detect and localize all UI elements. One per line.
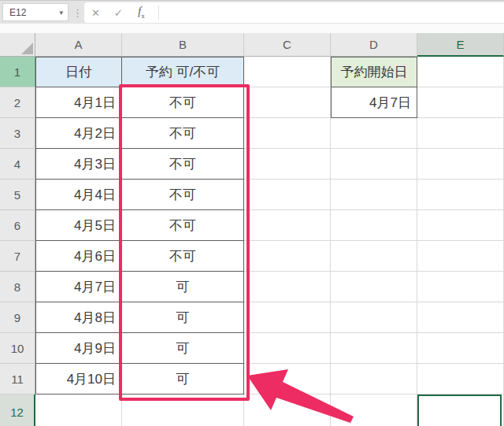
cell-C12[interactable] <box>244 395 331 426</box>
more-options-icon[interactable]: ⋮ <box>72 1 83 24</box>
row-header-10[interactable]: 10 <box>0 333 35 364</box>
cell-A7[interactable]: 4月6日 <box>35 241 122 272</box>
cell-B12[interactable] <box>122 395 244 426</box>
cell-B8[interactable]: 可 <box>122 272 244 302</box>
cell-A2[interactable]: 4月1日 <box>35 87 122 118</box>
cell-D2[interactable]: 4月7日 <box>331 87 417 118</box>
cell-D4[interactable] <box>331 149 417 180</box>
cell-E10[interactable] <box>417 333 504 364</box>
cell-A9[interactable]: 4月8日 <box>35 302 122 333</box>
select-all-triangle-icon <box>21 43 33 54</box>
cancel-icon[interactable]: ✕ <box>84 7 107 19</box>
row-header-4[interactable]: 4 <box>0 149 35 180</box>
column-header-d[interactable]: D <box>331 33 417 57</box>
row-header-2[interactable]: 2 <box>0 87 35 118</box>
cell-B11[interactable]: 可 <box>122 364 244 395</box>
cell-C2[interactable] <box>244 87 331 118</box>
cell-D3[interactable] <box>331 118 417 149</box>
cell-B2[interactable]: 不可 <box>122 87 244 118</box>
toolbar-gap <box>0 24 504 33</box>
fx-x: x <box>141 12 145 20</box>
cell-D11[interactable] <box>331 364 417 395</box>
formula-panel: ✕ ✓ fx <box>84 2 504 23</box>
cell-C10[interactable] <box>244 333 331 364</box>
cell-E8[interactable] <box>417 272 504 302</box>
cell-B4[interactable]: 不可 <box>122 149 244 180</box>
cell-D5[interactable] <box>331 180 417 210</box>
cell-C1[interactable] <box>244 57 331 87</box>
formula-input[interactable] <box>159 2 504 23</box>
name-box[interactable]: E12 ▾ <box>2 3 69 21</box>
cell-E1[interactable] <box>417 57 504 87</box>
row-header-12[interactable]: 12 <box>0 395 35 426</box>
formula-bar-strip: E12 ▾ ⋮ ✕ ✓ fx <box>0 0 504 24</box>
cell-C6[interactable] <box>244 210 331 241</box>
cell-A1[interactable]: 日付 <box>35 57 122 87</box>
row-header-3[interactable]: 3 <box>0 118 35 149</box>
cell-D7[interactable] <box>331 241 417 272</box>
cell-A11[interactable]: 4月10日 <box>35 364 122 395</box>
cell-A6[interactable]: 4月5日 <box>35 210 122 241</box>
cell-B10[interactable]: 可 <box>122 333 244 364</box>
cell-D9[interactable] <box>331 302 417 333</box>
cell-E11[interactable] <box>417 364 504 395</box>
cell-E2[interactable] <box>417 87 504 118</box>
cell-B1[interactable]: 予約 可/不可 <box>122 57 244 87</box>
cell-A12[interactable] <box>35 395 122 426</box>
cell-E5[interactable] <box>417 180 504 210</box>
row-header-7[interactable]: 7 <box>0 241 35 272</box>
cell-C11[interactable] <box>244 364 331 395</box>
cell-B5[interactable]: 不可 <box>122 180 244 210</box>
cell-E9[interactable] <box>417 302 504 333</box>
select-all-button[interactable] <box>0 33 35 57</box>
cell-A4[interactable]: 4月3日 <box>35 149 122 180</box>
cell-C3[interactable] <box>244 118 331 149</box>
cell-C5[interactable] <box>244 180 331 210</box>
cell-B3[interactable]: 不可 <box>122 118 244 149</box>
cell-B9[interactable]: 可 <box>122 302 244 333</box>
cell-C7[interactable] <box>244 241 331 272</box>
cell-C9[interactable] <box>244 302 331 333</box>
cell-A8[interactable]: 4月7日 <box>35 272 122 302</box>
cell-B6[interactable]: 不可 <box>122 210 244 241</box>
row-header-5[interactable]: 5 <box>0 180 35 210</box>
spreadsheet-grid: A B C D E 1 日付 予約 可/不可 予約開始日 2 4月1日 不可 4… <box>0 33 504 426</box>
chevron-down-icon[interactable]: ▾ <box>59 9 68 17</box>
cell-D6[interactable] <box>331 210 417 241</box>
cell-A5[interactable]: 4月4日 <box>35 180 122 210</box>
cell-B7[interactable]: 不可 <box>122 241 244 272</box>
row-header-9[interactable]: 9 <box>0 302 35 333</box>
cell-D1[interactable]: 予約開始日 <box>331 57 417 87</box>
cell-C4[interactable] <box>244 149 331 180</box>
row-header-1[interactable]: 1 <box>0 57 35 87</box>
cell-D8[interactable] <box>331 272 417 302</box>
column-header-c[interactable]: C <box>244 33 331 57</box>
cell-D12[interactable] <box>331 395 417 426</box>
cell-E6[interactable] <box>417 210 504 241</box>
cell-C8[interactable] <box>244 272 331 302</box>
column-header-a[interactable]: A <box>35 33 122 57</box>
name-box-value: E12 <box>9 7 26 18</box>
column-header-b[interactable]: B <box>122 33 244 57</box>
cell-D10[interactable] <box>331 333 417 364</box>
insert-function-icon[interactable]: fx <box>130 6 153 20</box>
row-header-8[interactable]: 8 <box>0 272 35 302</box>
column-header-e[interactable]: E <box>417 33 504 57</box>
cell-E3[interactable] <box>417 118 504 149</box>
cell-A3[interactable]: 4月2日 <box>35 118 122 149</box>
row-header-11[interactable]: 11 <box>0 364 35 395</box>
cell-A10[interactable]: 4月9日 <box>35 333 122 364</box>
cell-E7[interactable] <box>417 241 504 272</box>
enter-icon[interactable]: ✓ <box>107 7 130 19</box>
cell-E12[interactable] <box>417 395 504 426</box>
cell-E4[interactable] <box>417 149 504 180</box>
row-header-6[interactable]: 6 <box>0 210 35 241</box>
